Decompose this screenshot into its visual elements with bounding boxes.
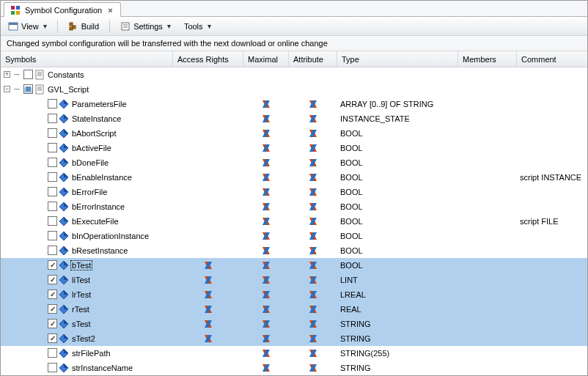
folder-label: Constants [46, 70, 84, 79]
checkbox[interactable] [48, 158, 57, 167]
tab-bar: Symbol Configuration × [1, 1, 587, 17]
variable-icon [59, 158, 69, 168]
maximal-rights-icon [261, 348, 271, 358]
tree-item-row[interactable]: bEnableInstanceBOOLscript INSTANCE [1, 170, 587, 185]
item-type: BOOL [340, 217, 363, 226]
folder-label: GVL_Script [46, 85, 89, 94]
tree-item-row[interactable]: bResetInstanceBOOL [1, 243, 587, 258]
attribute-icon [308, 290, 318, 300]
tree-item-row[interactable]: sTest2STRING [1, 331, 587, 346]
col-rights[interactable]: Access Rights [173, 51, 243, 67]
item-label: strInstanceName [70, 364, 133, 372]
tree-folder-row[interactable]: −─GVL_Script [1, 82, 587, 97]
maximal-rights-icon [261, 202, 271, 212]
toolbar-settings[interactable]: Settings ▾ [117, 20, 174, 33]
item-label: bErrorFile [70, 188, 107, 196]
maximal-rights-icon [261, 275, 271, 285]
checkbox[interactable] [48, 187, 57, 196]
checkbox[interactable] [23, 84, 33, 94]
tree-item-row[interactable]: liTestLINT [1, 273, 587, 287]
variable-icon [59, 348, 69, 358]
tab-symbol-configuration[interactable]: Symbol Configuration × [4, 2, 121, 17]
item-type: BOOL [340, 188, 363, 196]
tree-item-row[interactable]: sTestSTRING [1, 317, 587, 331]
tree-item-row[interactable]: bActiveFileBOOL [1, 141, 587, 155]
variable-icon [59, 275, 69, 285]
variable-icon [59, 99, 69, 109]
col-symbols[interactable]: Symbols [1, 51, 173, 67]
item-label: sTest2 [70, 334, 95, 343]
item-type: BOOL [340, 246, 363, 255]
close-icon[interactable]: × [106, 6, 114, 15]
item-label: bDoneFile [70, 158, 109, 167]
tree-folder-row[interactable]: +─Constants [1, 67, 587, 82]
tree-item-row[interactable]: bAbortScriptBOOL [1, 126, 587, 141]
checkbox[interactable] [48, 290, 57, 299]
checkbox[interactable] [48, 114, 57, 123]
checkbox[interactable] [48, 304, 57, 314]
checkbox[interactable] [48, 172, 57, 182]
checkbox[interactable] [23, 70, 33, 79]
symbol-tree[interactable]: +─Constants−─GVL_ScriptParametersFileARR… [1, 67, 587, 375]
tree-item-row[interactable]: bErrorFileBOOL [1, 185, 587, 199]
toolbar-build[interactable]: Build [65, 20, 102, 33]
variable-icon [59, 363, 69, 373]
col-type[interactable]: Type [337, 51, 458, 67]
chevron-down-icon: ▾ [206, 22, 211, 30]
variable-icon [59, 304, 69, 314]
symbol-config-icon [10, 5, 21, 15]
collapse-icon[interactable]: − [4, 86, 10, 92]
tree-item-row[interactable]: strInstanceNameSTRING [1, 361, 587, 375]
tree-item-row[interactable]: rTestREAL [1, 302, 587, 317]
attribute-icon [308, 246, 318, 256]
tree-item-row[interactable]: bInOperationInstanceBOOL [1, 229, 587, 243]
checkbox[interactable] [48, 143, 57, 152]
tree-item-row[interactable]: bTestBOOL [1, 258, 587, 273]
tree-item-row[interactable]: StateInstanceINSTANCE_STATE [1, 111, 587, 126]
col-members[interactable]: Members [458, 51, 517, 67]
maximal-rights-icon [261, 158, 271, 168]
tree-item-row[interactable]: ParametersFileARRAY [0..9] OF STRING [1, 97, 587, 111]
item-label: StateInstance [70, 114, 121, 123]
expand-icon[interactable]: + [4, 71, 10, 78]
settings-icon [120, 21, 131, 32]
tree-item-row[interactable]: bErrorInstanceBOOL [1, 199, 587, 214]
attribute-icon [308, 260, 318, 270]
checkbox[interactable] [48, 363, 57, 372]
access-rights-icon [203, 333, 213, 344]
checkbox[interactable] [48, 260, 57, 270]
toolbar-tools[interactable]: Tools ▾ [181, 21, 214, 32]
tree-item-row[interactable]: lrTestLREAL [1, 287, 587, 302]
checkbox[interactable] [48, 246, 57, 255]
tree-item-row[interactable]: bExecuteFileBOOLscript FILE [1, 214, 587, 229]
attribute-icon [308, 114, 318, 124]
checkbox[interactable] [48, 128, 57, 138]
item-type: ARRAY [0..9] OF STRING [340, 100, 433, 108]
item-type: BOOL [340, 232, 363, 240]
checkbox[interactable] [48, 275, 57, 284]
maximal-rights-icon [261, 114, 271, 124]
maximal-rights-icon [261, 304, 271, 314]
item-type: BOOL [340, 129, 363, 138]
checkbox[interactable] [48, 319, 57, 328]
checkbox[interactable] [48, 333, 57, 343]
tree-item-row[interactable]: bDoneFileBOOL [1, 155, 587, 170]
col-comment[interactable]: Comment [517, 51, 587, 67]
item-type: INSTANCE_STATE [340, 114, 410, 123]
toolbar-view[interactable]: View ▾ [5, 20, 50, 33]
checkbox[interactable] [48, 348, 57, 358]
col-attribute[interactable]: Attribute [289, 51, 337, 67]
checkbox[interactable] [48, 231, 57, 240]
item-label: rTest [70, 305, 89, 314]
checkbox[interactable] [48, 99, 57, 108]
attribute-icon [308, 363, 318, 373]
maximal-rights-icon [261, 260, 271, 270]
attribute-icon [308, 99, 318, 109]
col-maximal[interactable]: Maximal [243, 51, 289, 67]
checkbox[interactable] [48, 216, 57, 226]
item-label: strFilePath [70, 349, 111, 358]
column-headers: Symbols Access Rights Maximal Attribute … [1, 51, 587, 67]
item-label: sTest [70, 320, 91, 328]
checkbox[interactable] [48, 202, 57, 211]
tree-item-row[interactable]: strFilePathSTRING(255) [1, 346, 587, 361]
